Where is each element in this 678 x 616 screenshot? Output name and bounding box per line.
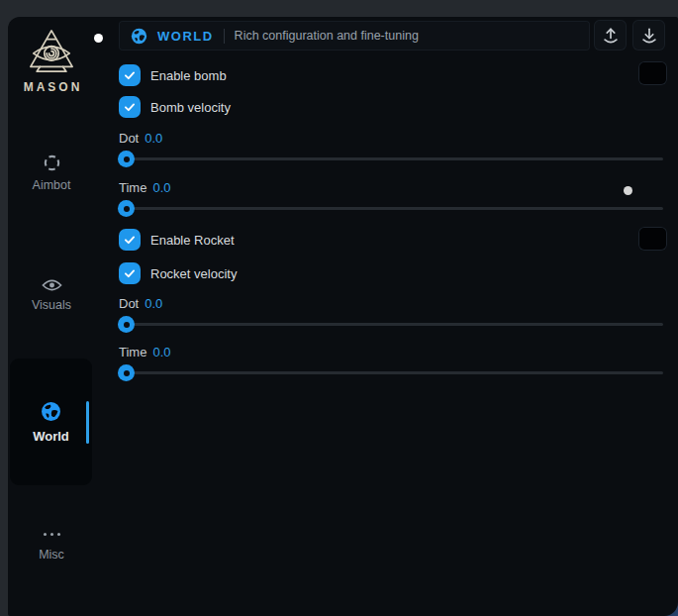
enable-rocket-checkbox[interactable]: [119, 229, 141, 251]
mason-pyramid-eye-icon: [27, 28, 76, 75]
slider-handle[interactable]: [118, 364, 135, 381]
cursor-dot: [624, 186, 632, 195]
rocket-velocity-row: Rocket velocity: [119, 262, 237, 284]
bomb-color-swatch[interactable]: [638, 61, 667, 85]
header-divider: [224, 29, 225, 44]
enable-bomb-checkbox[interactable]: [119, 64, 141, 86]
active-tab-indicator: [86, 401, 89, 444]
checkbox-label: Enable Rocket: [150, 233, 235, 248]
check-icon: [123, 100, 137, 114]
slider-value: 0.0: [145, 296, 162, 311]
slider-label: Dot0.0: [119, 295, 663, 313]
upload-icon: [601, 26, 621, 46]
bomb-velocity-row: Bomb velocity: [119, 96, 231, 118]
rocket-time-slider-group: Time0.0: [119, 344, 663, 387]
slider-value: 0.0: [152, 180, 170, 195]
eye-icon: [42, 278, 62, 292]
check-icon: [123, 233, 137, 247]
enable-rocket-row: Enable Rocket: [119, 229, 235, 251]
check-icon: [123, 68, 137, 82]
slider-track[interactable]: [119, 371, 663, 374]
sidebar: MASON Aimbot Visuals: [8, 17, 117, 616]
sidebar-item-aimbot[interactable]: Aimbot: [8, 154, 95, 192]
slider-value: 0.0: [152, 345, 170, 359]
rocket-velocity-checkbox[interactable]: [119, 262, 141, 284]
checkbox-label: Bomb velocity: [150, 100, 231, 115]
slider-label: Time0.0: [119, 179, 663, 197]
upload-config-button[interactable]: [594, 20, 627, 51]
sidebar-item-label: Visuals: [32, 298, 71, 312]
sidebar-item-visuals[interactable]: Visuals: [8, 278, 95, 312]
slider-label: Time0.0: [119, 344, 663, 361]
bomb-dot-slider-group: Dot0.0: [119, 130, 663, 173]
cursor-dot: [94, 34, 103, 43]
bomb-time-slider-group: Time0.0: [119, 179, 663, 223]
globe-icon: [41, 401, 61, 422]
slider-value: 0.0: [145, 131, 162, 146]
desktop-background: MASON Aimbot Visuals: [0, 0, 678, 616]
checkbox-label: Rocket velocity: [150, 266, 237, 281]
crosshair-icon: [43, 154, 61, 172]
slider-track[interactable]: [119, 323, 663, 326]
globe-icon: [131, 28, 147, 45]
sidebar-item-label: World: [33, 429, 69, 444]
app-logo: MASON: [8, 28, 95, 94]
slider-label: Dot0.0: [119, 130, 663, 148]
sidebar-item-world[interactable]: World: [10, 359, 92, 485]
ellipsis-icon: [44, 527, 60, 542]
download-icon: [639, 26, 659, 46]
check-icon: [123, 266, 137, 280]
download-config-button[interactable]: [632, 20, 665, 51]
enable-bomb-row: Enable bomb: [119, 64, 227, 86]
sidebar-item-label: Misc: [39, 548, 64, 562]
checkbox-label: Enable bomb: [150, 68, 227, 83]
logo-text: MASON: [8, 80, 95, 94]
slider-handle[interactable]: [118, 316, 135, 333]
slider-track[interactable]: [119, 157, 663, 160]
rocket-dot-slider-group: Dot0.0: [119, 295, 663, 339]
page-title: WORLD: [157, 29, 214, 44]
sidebar-item-misc[interactable]: Misc: [8, 527, 95, 562]
rocket-color-swatch[interactable]: [638, 227, 667, 251]
page-subtitle: Rich configuration and fine-tuning: [235, 29, 419, 43]
sidebar-item-label: Aimbot: [33, 178, 71, 192]
page-header: WORLD Rich configuration and fine-tuning: [119, 21, 590, 51]
slider-handle[interactable]: [118, 200, 135, 217]
bomb-velocity-checkbox[interactable]: [119, 96, 141, 118]
slider-track[interactable]: [119, 207, 663, 210]
slider-handle[interactable]: [118, 151, 135, 167]
app-window: MASON Aimbot Visuals: [8, 17, 678, 616]
